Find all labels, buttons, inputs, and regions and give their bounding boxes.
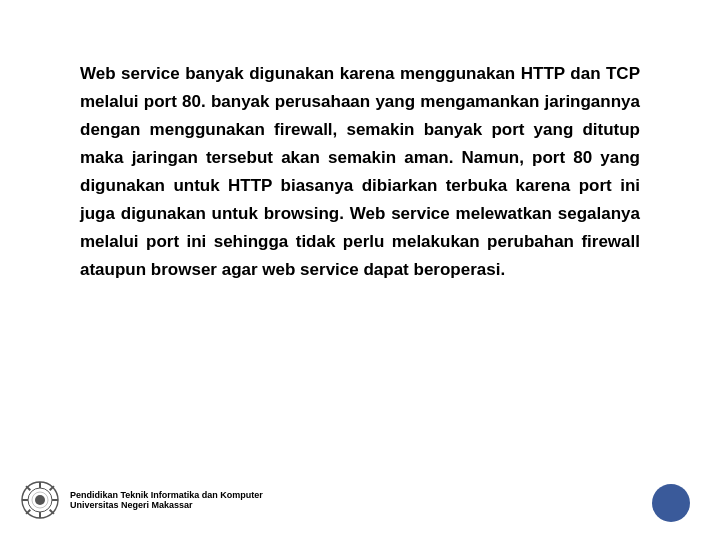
footer-line2: Universitas Negeri Makassar (70, 500, 263, 510)
footer-text-block: Pendidikan Teknik Informatika dan Komput… (70, 490, 263, 510)
university-logo (20, 480, 60, 520)
content-area: Web service banyak digunakan karena meng… (0, 0, 720, 470)
footer-line1: Pendidikan Teknik Informatika dan Komput… (70, 490, 263, 500)
navigation-circle-button[interactable] (652, 484, 690, 522)
slide-container: Web service banyak digunakan karena meng… (0, 0, 720, 540)
footer-area: Pendidikan Teknik Informatika dan Komput… (0, 470, 720, 540)
footer-left: Pendidikan Teknik Informatika dan Komput… (20, 480, 263, 520)
main-paragraph: Web service banyak digunakan karena meng… (80, 60, 640, 284)
svg-point-2 (35, 495, 45, 505)
